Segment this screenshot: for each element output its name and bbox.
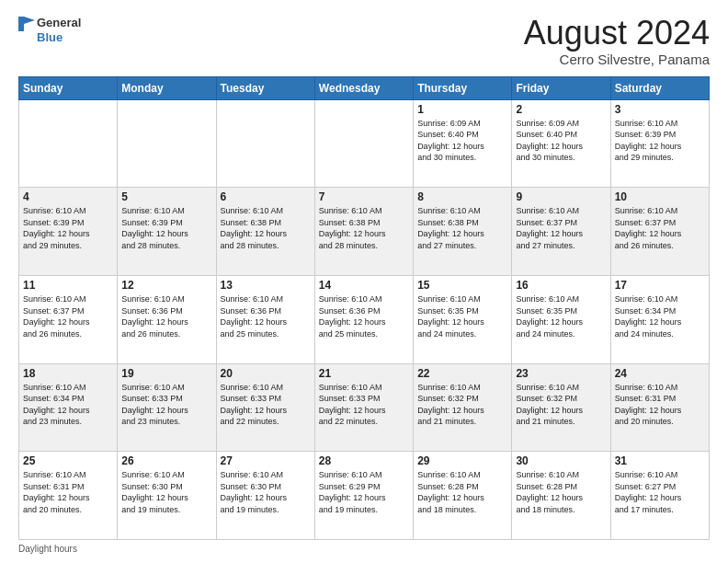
day-info: Sunrise: 6:10 AM Sunset: 6:39 PM Dayligh…	[121, 205, 211, 251]
day-info: Sunrise: 6:10 AM Sunset: 6:35 PM Dayligh…	[516, 293, 606, 339]
day-info: Sunrise: 6:10 AM Sunset: 6:34 PM Dayligh…	[23, 382, 113, 428]
day-info: Sunrise: 6:10 AM Sunset: 6:33 PM Dayligh…	[319, 382, 409, 428]
day-info: Sunrise: 6:10 AM Sunset: 6:29 PM Dayligh…	[319, 469, 409, 515]
calendar-cell: 8Sunrise: 6:10 AM Sunset: 6:38 PM Daylig…	[414, 188, 512, 276]
calendar-cell: 6Sunrise: 6:10 AM Sunset: 6:38 PM Daylig…	[216, 188, 314, 276]
day-number: 26	[121, 454, 211, 467]
day-number: 7	[319, 190, 409, 203]
day-number: 2	[516, 103, 606, 116]
day-info: Sunrise: 6:10 AM Sunset: 6:36 PM Dayligh…	[221, 293, 311, 339]
day-number: 16	[516, 279, 606, 292]
day-number: 9	[516, 190, 606, 203]
calendar-cell: 30Sunrise: 6:10 AM Sunset: 6:28 PM Dayli…	[512, 452, 610, 540]
footer-note: Daylight hours	[18, 544, 710, 554]
calendar-cell: 13Sunrise: 6:10 AM Sunset: 6:36 PM Dayli…	[216, 275, 314, 363]
day-info: Sunrise: 6:10 AM Sunset: 6:28 PM Dayligh…	[417, 469, 507, 515]
calendar-cell	[314, 99, 413, 188]
day-info: Sunrise: 6:10 AM Sunset: 6:32 PM Dayligh…	[516, 382, 606, 428]
day-info: Sunrise: 6:10 AM Sunset: 6:37 PM Dayligh…	[516, 205, 606, 251]
day-number: 12	[121, 279, 211, 292]
col-header-sunday: Sunday	[19, 76, 118, 99]
day-number: 11	[23, 279, 113, 292]
calendar-cell: 17Sunrise: 6:10 AM Sunset: 6:34 PM Dayli…	[610, 275, 709, 363]
week-row-3: 18Sunrise: 6:10 AM Sunset: 6:34 PM Dayli…	[19, 363, 710, 452]
calendar-cell: 28Sunrise: 6:10 AM Sunset: 6:29 PM Dayli…	[314, 452, 413, 540]
day-number: 20	[221, 367, 311, 380]
calendar-cell: 5Sunrise: 6:10 AM Sunset: 6:39 PM Daylig…	[118, 188, 216, 276]
calendar-cell: 25Sunrise: 6:10 AM Sunset: 6:31 PM Dayli…	[19, 452, 118, 540]
day-number: 30	[516, 454, 606, 467]
day-number: 19	[121, 367, 211, 380]
day-number: 27	[221, 454, 311, 467]
day-number: 15	[417, 279, 507, 292]
calendar-cell	[118, 99, 216, 188]
day-number: 21	[319, 367, 409, 380]
day-info: Sunrise: 6:10 AM Sunset: 6:37 PM Dayligh…	[615, 205, 705, 251]
day-number: 28	[319, 454, 409, 467]
col-header-saturday: Saturday	[610, 76, 709, 99]
calendar-cell: 29Sunrise: 6:10 AM Sunset: 6:28 PM Dayli…	[414, 452, 512, 540]
day-number: 23	[516, 367, 606, 380]
calendar-cell: 24Sunrise: 6:10 AM Sunset: 6:31 PM Dayli…	[610, 363, 709, 452]
calendar-cell: 26Sunrise: 6:10 AM Sunset: 6:30 PM Dayli…	[118, 452, 216, 540]
day-info: Sunrise: 6:10 AM Sunset: 6:35 PM Dayligh…	[417, 293, 507, 339]
svg-marker-0	[18, 17, 35, 31]
day-info: Sunrise: 6:10 AM Sunset: 6:38 PM Dayligh…	[319, 205, 409, 251]
day-info: Sunrise: 6:10 AM Sunset: 6:30 PM Dayligh…	[121, 469, 211, 515]
day-info: Sunrise: 6:10 AM Sunset: 6:31 PM Dayligh…	[615, 382, 705, 428]
day-number: 8	[417, 190, 507, 203]
week-row-1: 4Sunrise: 6:10 AM Sunset: 6:39 PM Daylig…	[19, 188, 710, 276]
calendar-cell: 21Sunrise: 6:10 AM Sunset: 6:33 PM Dayli…	[314, 363, 413, 452]
day-info: Sunrise: 6:10 AM Sunset: 6:31 PM Dayligh…	[23, 469, 113, 515]
day-number: 6	[221, 190, 311, 203]
header: GeneralBlue August 2024 Cerro Silvestre,…	[18, 15, 710, 67]
day-number: 13	[221, 279, 311, 292]
day-number: 24	[615, 367, 705, 380]
calendar-cell: 7Sunrise: 6:10 AM Sunset: 6:38 PM Daylig…	[314, 188, 413, 276]
day-info: Sunrise: 6:10 AM Sunset: 6:30 PM Dayligh…	[221, 469, 311, 515]
day-info: Sunrise: 6:10 AM Sunset: 6:27 PM Dayligh…	[615, 469, 705, 515]
day-number: 4	[23, 190, 113, 203]
col-header-monday: Monday	[118, 76, 216, 99]
calendar-cell: 9Sunrise: 6:10 AM Sunset: 6:37 PM Daylig…	[512, 188, 610, 276]
day-info: Sunrise: 6:10 AM Sunset: 6:39 PM Dayligh…	[615, 118, 705, 164]
day-number: 29	[417, 454, 507, 467]
day-info: Sunrise: 6:10 AM Sunset: 6:36 PM Dayligh…	[121, 293, 211, 339]
col-header-tuesday: Tuesday	[216, 76, 314, 99]
calendar-cell: 31Sunrise: 6:10 AM Sunset: 6:27 PM Dayli…	[610, 452, 709, 540]
calendar-cell: 27Sunrise: 6:10 AM Sunset: 6:30 PM Dayli…	[216, 452, 314, 540]
day-number: 10	[615, 190, 705, 203]
calendar-cell: 3Sunrise: 6:10 AM Sunset: 6:39 PM Daylig…	[610, 99, 709, 188]
day-number: 5	[121, 190, 211, 203]
day-number: 3	[615, 103, 705, 116]
day-number: 22	[417, 367, 507, 380]
calendar-cell: 16Sunrise: 6:10 AM Sunset: 6:35 PM Dayli…	[512, 275, 610, 363]
day-number: 14	[319, 279, 409, 292]
calendar-cell	[19, 99, 118, 188]
calendar-table: SundayMondayTuesdayWednesdayThursdayFrid…	[18, 76, 710, 540]
calendar-cell: 1Sunrise: 6:09 AM Sunset: 6:40 PM Daylig…	[414, 99, 512, 188]
logo-container: GeneralBlue	[18, 15, 81, 44]
calendar-cell: 4Sunrise: 6:10 AM Sunset: 6:39 PM Daylig…	[19, 188, 118, 276]
day-info: Sunrise: 6:10 AM Sunset: 6:37 PM Dayligh…	[23, 293, 113, 339]
logo-graphic	[18, 15, 35, 31]
calendar-cell: 10Sunrise: 6:10 AM Sunset: 6:37 PM Dayli…	[610, 188, 709, 276]
day-number: 18	[23, 367, 113, 380]
logo: GeneralBlue	[18, 15, 81, 44]
calendar-cell	[216, 99, 314, 188]
calendar-cell: 15Sunrise: 6:10 AM Sunset: 6:35 PM Dayli…	[414, 275, 512, 363]
calendar-cell: 22Sunrise: 6:10 AM Sunset: 6:32 PM Dayli…	[414, 363, 512, 452]
day-number: 1	[417, 103, 507, 116]
week-row-4: 25Sunrise: 6:10 AM Sunset: 6:31 PM Dayli…	[19, 452, 710, 540]
day-info: Sunrise: 6:09 AM Sunset: 6:40 PM Dayligh…	[417, 118, 507, 164]
day-info: Sunrise: 6:10 AM Sunset: 6:33 PM Dayligh…	[121, 382, 211, 428]
day-info: Sunrise: 6:10 AM Sunset: 6:38 PM Dayligh…	[221, 205, 311, 251]
calendar-cell: 23Sunrise: 6:10 AM Sunset: 6:32 PM Dayli…	[512, 363, 610, 452]
calendar-cell: 2Sunrise: 6:09 AM Sunset: 6:40 PM Daylig…	[512, 99, 610, 188]
day-info: Sunrise: 6:10 AM Sunset: 6:38 PM Dayligh…	[417, 205, 507, 251]
col-header-wednesday: Wednesday	[314, 76, 413, 99]
day-number: 31	[615, 454, 705, 467]
calendar-cell: 11Sunrise: 6:10 AM Sunset: 6:37 PM Dayli…	[19, 275, 118, 363]
title-block: August 2024 Cerro Silvestre, Panama	[524, 15, 710, 67]
day-info: Sunrise: 6:10 AM Sunset: 6:39 PM Dayligh…	[23, 205, 113, 251]
